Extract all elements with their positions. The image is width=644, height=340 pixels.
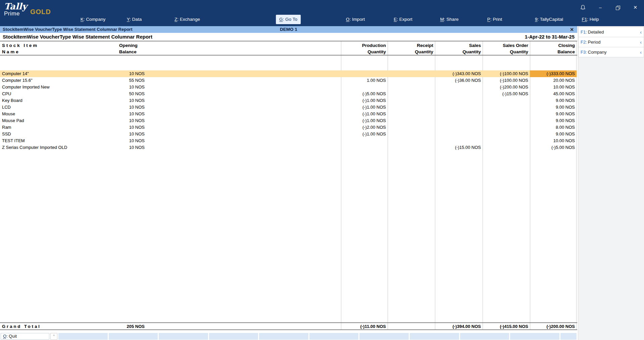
close-button[interactable]: ✕: [627, 5, 644, 10]
cell-closing: 9.00 NOS: [530, 97, 577, 104]
empty-button: [359, 333, 409, 340]
cell-closing: 10.00 NOS: [530, 137, 577, 144]
empty-button: [510, 333, 559, 340]
table-row[interactable]: Key Board10 NOS(-)1.00 NOS9.00 NOS: [0, 97, 577, 104]
cell-name: Ram: [0, 124, 119, 131]
cell-receipt: [388, 124, 435, 131]
table-row[interactable]: SSD10 NOS(-)1.00 NOS9.00 NOS: [0, 131, 577, 137]
sidebar-button-period[interactable]: F2:Period‹: [578, 37, 644, 47]
cell-closing: 9.00 NOS: [530, 131, 577, 137]
cell-sales-order: [483, 97, 530, 104]
menu-item-company[interactable]: K: Company: [77, 15, 109, 24]
cell-opening: 10 NOS: [119, 124, 153, 131]
minimize-button[interactable]: –: [592, 5, 609, 10]
cell-name: Mouse: [0, 111, 119, 117]
cell-gap: [153, 70, 341, 77]
cell-opening: 10 NOS: [119, 117, 153, 124]
restore-button[interactable]: [609, 5, 627, 10]
grand-total-closing: (-)200.00 NOS: [530, 323, 577, 330]
grand-total-receipt: [388, 323, 435, 330]
cell-sales: [435, 97, 483, 104]
empty-button: [410, 333, 459, 340]
top-menu: K: CompanyY: DataZ: ExchangeG: Go ToO: I…: [0, 0, 644, 26]
empty-button: [560, 333, 577, 340]
cell-gap: [153, 117, 341, 124]
cell-sales: [435, 91, 483, 97]
cell-receipt: [388, 137, 435, 144]
menu-item-print[interactable]: P: Print: [484, 15, 505, 24]
top-bar: Tally Prime GOLD K: CompanyY: DataZ: Exc…: [0, 0, 644, 26]
cell-name: Computer 15.6": [0, 77, 119, 84]
cell-sales-order: [483, 144, 530, 151]
cell-opening: 10 NOS: [119, 97, 153, 104]
table-body: Computer 14"10 NOS(-)343.00 NOS(-)100.00…: [0, 55, 577, 323]
chevron-left-icon: ‹: [640, 50, 642, 55]
report-table: Stock Item Name Opening Balance Producti…: [0, 41, 577, 330]
sidebar-button-company[interactable]: F3:Company‹: [578, 47, 644, 57]
table-rows: Computer 14"10 NOS(-)343.00 NOS(-)100.00…: [0, 70, 577, 151]
cell-opening: 10 NOS: [119, 131, 153, 137]
cell-sales-order: (-)15.00 NOS: [483, 91, 530, 97]
table-row[interactable]: Computer 15.6"55 NOS1.00 NOS(-)36.00 NOS…: [0, 77, 577, 84]
table-row[interactable]: Z Serias Computer Imported OLD10 NOS(-)1…: [0, 144, 577, 151]
empty-buttons: [58, 333, 577, 340]
table-row[interactable]: LCD10 NOS(-)1.00 NOS9.00 NOS: [0, 104, 577, 111]
cell-gap: [153, 84, 341, 91]
menu-item-export[interactable]: E: Export: [390, 15, 416, 24]
empty-button: [259, 333, 308, 340]
cell-sales-order: [483, 104, 530, 111]
menu-item-tallycapital[interactable]: 9: TallyCapital: [532, 15, 566, 24]
cell-sales: (-)15.00 NOS: [435, 144, 483, 151]
table-row[interactable]: Computer 14"10 NOS(-)343.00 NOS(-)100.00…: [0, 70, 577, 77]
cell-production: 1.00 NOS: [341, 77, 388, 84]
table-row[interactable]: Mouse Pad10 NOS(-)1.00 NOS9.00 NOS: [0, 117, 577, 124]
menu-item-data[interactable]: Y: Data: [123, 15, 145, 24]
grand-total-row: Grand Total 205 NOS (-)11.00 NOS (-)394.…: [0, 323, 577, 330]
cell-gap: [153, 137, 341, 144]
cell-opening: 50 NOS: [119, 91, 153, 97]
sidebar-button-detailed[interactable]: F1:Detailed‹: [578, 27, 644, 37]
scroll-up-icon[interactable]: ^: [50, 333, 57, 340]
column-header-receipt: Receipt Quantity: [388, 41, 435, 55]
cell-name: CPU: [0, 91, 119, 97]
empty-button: [460, 333, 509, 340]
cell-production: (-)1.00 NOS: [341, 117, 388, 124]
cell-production: (-)5.00 NOS: [341, 91, 388, 97]
cell-gap: [153, 144, 341, 151]
empty-row: [0, 55, 577, 70]
cell-gap: [153, 124, 341, 131]
cell-opening: 10 NOS: [119, 137, 153, 144]
menu-item-help[interactable]: F1: Help: [578, 15, 602, 24]
cell-name: Computer Imported New: [0, 84, 119, 91]
table-row[interactable]: TEST ITEM10 NOS10.00 NOS: [0, 137, 577, 144]
menu-item-import[interactable]: O: Import: [343, 15, 368, 24]
cell-closing: (-)333.00 NOS: [530, 70, 577, 77]
column-header-production: Production Quantity: [341, 41, 388, 55]
cell-production: (-)1.00 NOS: [341, 111, 388, 117]
quit-button[interactable]: Q: Quit: [1, 333, 49, 340]
report-close-icon[interactable]: ✕: [570, 26, 574, 33]
cell-closing: (-)5.00 NOS: [530, 144, 577, 151]
table-row[interactable]: CPU50 NOS(-)5.00 NOS(-)15.00 NOS45.00 NO…: [0, 91, 577, 97]
cell-opening: 55 NOS: [119, 77, 153, 84]
cell-opening: 10 NOS: [119, 70, 153, 77]
cell-name: LCD: [0, 104, 119, 111]
table-row[interactable]: Computer Imported New10 NOS(-)200.00 NOS…: [0, 84, 577, 91]
table-row[interactable]: Ram10 NOS(-)2.00 NOS8.00 NOS: [0, 124, 577, 131]
column-header-sales-order: Sales Order Quantity: [483, 41, 530, 55]
cell-sales: [435, 117, 483, 124]
menu-item-go-to[interactable]: G: Go To: [276, 15, 301, 24]
cell-name: Z Serias Computer Imported OLD: [0, 144, 119, 151]
cell-name: SSD: [0, 131, 119, 137]
quit-label: : Quit: [6, 334, 17, 339]
menu-item-exchange[interactable]: Z: Exchange: [171, 15, 203, 24]
column-header-opening: Opening Balance: [119, 41, 153, 55]
cell-production: (-)2.00 NOS: [341, 124, 388, 131]
notification-bell-icon[interactable]: [574, 4, 592, 10]
table-row[interactable]: Mouse10 NOS(-)1.00 NOS9.00 NOS: [0, 111, 577, 117]
cell-opening: 10 NOS: [119, 111, 153, 117]
menu-item-share[interactable]: M: Share: [437, 15, 462, 24]
cell-sales-order: [483, 137, 530, 144]
cell-opening: 10 NOS: [119, 84, 153, 91]
right-button-panel: F1:Detailed‹F2:Period‹F3:Company‹: [578, 26, 644, 340]
